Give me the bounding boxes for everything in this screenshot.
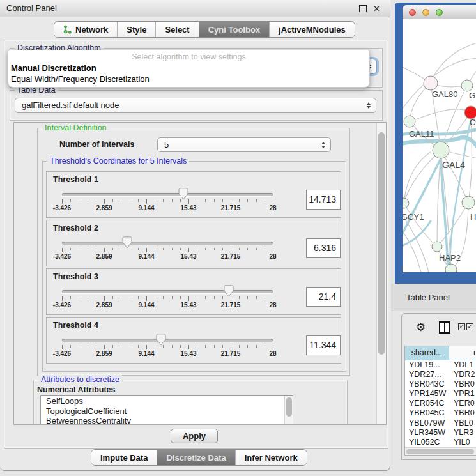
select-none-checkbox-icon[interactable]: ✓ [466,323,473,330]
slider-tick [163,296,164,299]
tab-impute-data[interactable]: Impute Data [91,450,157,465]
tab-jactivemnodules[interactable]: jActiveMNodules [269,22,355,37]
table-row[interactable]: YBL079WYBL0 [405,418,476,428]
table-cell-shared-name[interactable]: YBR045C [405,408,449,418]
threshold-panel-3: Threshold 3-3.4262.8599.14415.4321.71528… [46,268,341,315]
node-g [461,80,473,91]
table-row[interactable]: YLR345WYLR3 [405,428,476,438]
tab-cyni-toolbox[interactable]: Cyni Toolbox [199,22,269,37]
tab-select[interactable]: Select [155,22,198,37]
slider-tick [273,345,273,349]
table-cell-name[interactable]: YDR2 [449,370,476,380]
zoom-traffic-light[interactable] [436,9,443,16]
threshold-value-field[interactable]: 6.316 [306,238,341,258]
slider-tick [88,296,88,299]
table-cell-shared-name[interactable]: YLR345W [405,428,449,438]
slider-tick [222,296,223,299]
slider-tick-label: 9.144 [138,204,154,211]
attributes-box-title: Attributes to discretize [38,375,122,384]
table-cell-shared-name[interactable]: YBL079W [405,418,449,428]
number-of-intervals-spinner[interactable]: 5 [157,137,331,152]
gear-icon[interactable]: ⚙ [416,321,426,334]
attribute-item[interactable]: SelfLoops [41,396,293,406]
close-icon[interactable]: ✕ [373,4,380,13]
table-cell-name[interactable]: YPR1 [449,389,476,399]
apply-button[interactable]: Apply [171,429,218,443]
slider-tick [197,199,197,202]
node-bottom [445,264,457,272]
slider-thumb[interactable] [122,236,132,249]
slider-tick [180,296,181,299]
table-cell-shared-name[interactable]: YPR145W [405,389,449,399]
svg-text:G: G [469,91,475,100]
slider-thumb[interactable] [224,285,234,297]
table-data-combobox[interactable]: galFiltered.sif default node [15,98,376,113]
table-cell-name[interactable]: YBR0 [449,380,476,389]
slider-tick [62,345,63,349]
slider-tick [146,296,147,301]
table-row[interactable]: YBR043CYBR0 [405,380,476,389]
table-cell-shared-name[interactable]: YDR27... [405,370,449,380]
attributes-list-scrollbar[interactable] [284,396,293,425]
threshold-label: Threshold 2 [53,224,98,233]
slider-tick [273,199,273,204]
screen: Control Panel ✕ Network Style Select Cy [0,0,476,476]
table-cell-name[interactable]: YIL0 [449,438,476,447]
select-all-checkbox-icon[interactable]: ✓ [458,323,465,330]
slider-tick [104,199,105,204]
table-cell-shared-name[interactable]: YBR043C [405,380,449,389]
column-header-shared-name[interactable]: shared... [405,346,449,360]
table-row[interactable]: YDR27...YDR2 [405,370,476,380]
slider-thumb[interactable] [178,188,188,200]
table-row[interactable]: YIL052CYIL0 [405,438,476,447]
table-cell-name[interactable]: YDL1 [449,360,476,370]
threshold-value-field[interactable]: 21.4 [306,287,341,307]
table-cell-shared-name[interactable]: YDL19... [405,360,449,370]
table-cell-name[interactable]: YBL0 [449,418,476,428]
algorithm-option-equal-width[interactable]: Equal Width/Frequency Discretization [11,74,150,84]
numerical-attributes-list[interactable]: SelfLoopsTopologicalCoefficientBetweenne… [40,395,293,425]
algorithm-option-manual[interactable]: Manual Discretization [11,63,96,73]
table-cell-shared-name[interactable]: YER054C [405,399,449,408]
slider-tick [231,296,231,301]
column-header-name[interactable]: na [449,346,476,360]
table-row[interactable]: YBR045CYBR0 [405,408,476,418]
slider-tick [138,248,139,250]
table-cell-name[interactable]: YLR3 [449,428,476,438]
slider-tick [197,248,197,250]
slider-tick [96,296,96,299]
slider-track[interactable] [62,290,273,293]
slider-tick [88,345,88,348]
slider-thumb[interactable] [156,334,166,346]
network-canvas[interactable]: GAL80 G C GAL11 GAL4 GCY1 H HAP2 [403,19,476,272]
threshold-value-field[interactable]: 14.713 [306,190,341,210]
table-hscrollbar[interactable] [405,447,476,455]
slider-tick [130,345,130,348]
slider-tick [180,248,181,250]
table-cell-name[interactable]: YER0 [449,399,476,408]
close-traffic-light[interactable] [409,9,416,16]
tab-network[interactable]: Network [54,22,117,37]
columns-icon[interactable] [439,321,450,334]
table-row[interactable]: YPR145WYPR1 [405,389,476,399]
float-window-icon[interactable] [359,5,367,12]
table-row[interactable]: YER054CYER0 [405,399,476,408]
table-cell-name[interactable]: YBR0 [449,408,476,418]
node-hap2 [432,242,442,252]
slider-tick [172,296,173,299]
attribute-item[interactable]: TopologicalCoefficient [41,406,293,417]
tab-discretize-data[interactable]: Discretize Data [157,450,234,465]
slider-track[interactable] [62,242,273,245]
table-row[interactable]: YDL19...YDL1 [405,360,476,370]
slider-track[interactable] [62,339,273,342]
cyni-toolbox-pane: Discretization Algorithm Table Data galF… [4,40,388,449]
tab-style[interactable]: Style [117,22,155,37]
slider-track[interactable] [62,193,273,196]
slider-tick-label: 2.859 [96,253,112,260]
minimize-traffic-light[interactable] [422,9,429,16]
settings-scrollbar[interactable] [376,123,386,424]
tab-infer-network[interactable]: Infer Network [235,450,307,465]
table-cell-shared-name[interactable]: YIL052C [405,438,449,447]
attribute-item[interactable]: BetweennessCentrality [41,416,293,425]
threshold-value-field[interactable]: 11.344 [306,335,341,355]
